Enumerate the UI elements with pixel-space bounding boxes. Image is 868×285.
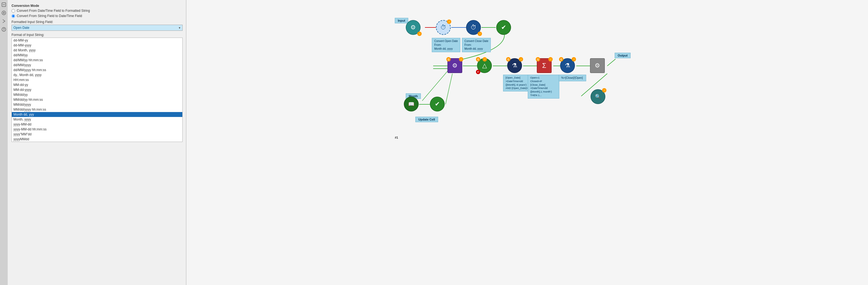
node-13-badge: ⚡ — [602, 88, 607, 92]
radio-group: Convert From Date/Time Field to Formatte… — [11, 9, 183, 18]
node-flask-1[interactable]: ⚗ Q ⚡ — [507, 58, 522, 73]
toolbar-icon-4[interactable]: ? — [1, 26, 7, 32]
format-list-item[interactable]: dd Month, yyyy — [12, 48, 182, 53]
node-1-badge: ⚡ — [417, 32, 422, 36]
toolbar-icon-3[interactable] — [1, 18, 7, 24]
output-label-box: Output — [615, 53, 630, 58]
node-5-badge-z: ⚡ — [459, 57, 463, 61]
format-list-item[interactable]: yyyy-MM-dd hh:mm:ss — [12, 127, 182, 132]
node-5-badge-q: Q — [446, 57, 451, 61]
connections-svg — [186, 0, 868, 285]
svg-line-18 — [607, 59, 616, 66]
format-list-item[interactable]: dd-MM-yy — [12, 38, 182, 43]
formula-2-text: Open=1Closed=IF[Close_Date]<DateTimeAdd(… — [530, 76, 552, 97]
formula-3-text: %=[Close]/[Open] — [561, 76, 583, 79]
format-list-item[interactable]: dd/MM/yy hh:mm:ss — [12, 58, 182, 63]
input-field-label: Formatted Input String Field: — [11, 20, 183, 24]
node-3-badge: ⚡ — [477, 32, 482, 36]
format-list-item[interactable]: dd/MM/yyyy hh:mm:ss — [12, 67, 182, 73]
format-list-item[interactable]: yyyyMMdd — [12, 137, 182, 142]
node-8-badge-z: ⚡ — [548, 57, 553, 61]
formula-box-2: Open=1Closed=IF[Close_Date]<DateTimeAdd(… — [528, 75, 559, 98]
node-sigma[interactable]: Σ Q ⚡ — [537, 58, 552, 73]
node-convert-open[interactable]: ⏱ ⚡ — [436, 20, 451, 35]
node-8-badge-q: Q — [536, 57, 540, 61]
node-triangle[interactable]: △ Q ⚡ F — [477, 58, 492, 73]
node-7-badge-q: Q — [506, 57, 510, 61]
node-checkmark-2[interactable]: ✔ — [430, 97, 445, 112]
node-search[interactable]: 🔍 ⚡ — [591, 89, 606, 104]
output-label-text: Output — [618, 54, 627, 57]
format-list-item[interactable]: dd/MM/yyyy — [12, 63, 182, 67]
convert-open-text: Convert Open DateFrom:Month dd, yyyy — [434, 39, 458, 50]
svg-text:?: ? — [3, 28, 5, 31]
svg-line-19 — [422, 69, 450, 101]
format-list[interactable]: d/-Mon.-yyday, dd Month, yyyydd-MM-yydd-… — [11, 38, 183, 142]
left-panel: ? Conversion Mode Convert From Date/Time… — [0, 0, 186, 285]
node-purple-gear[interactable]: ⚙ Q ⚡ — [447, 58, 462, 73]
node-flask-2[interactable]: ⚗ Q ⚡ — [560, 58, 575, 73]
radio-option-2[interactable]: Convert From String Field to Date/Time F… — [11, 14, 183, 18]
format-list-item[interactable]: dd/MM/yy — [12, 53, 182, 58]
format-list-item[interactable]: yyyy-MM-dd — [12, 122, 182, 127]
right-panel: Input Output Month Update Cell #1 Conver… — [186, 0, 868, 285]
convert-close-text: Convert Close DateFrom:Month dd, yyyy — [464, 39, 488, 50]
input-label-text: Input — [398, 19, 405, 22]
format-list-item[interactable]: MM/dd/yyyy hh:mm:ss — [12, 107, 182, 112]
format-list-item[interactable]: MM/dd/yy hh:mm:ss — [12, 97, 182, 102]
radio-input-2[interactable] — [11, 14, 15, 18]
conversion-mode-title: Conversion Mode — [11, 4, 183, 8]
hash1-text: #1 — [395, 136, 398, 139]
node-book[interactable]: 📖 — [404, 97, 418, 112]
node-6-badge-z: ⚡ — [483, 57, 487, 61]
format-list-section: Format of Input String: d/-Mon.-yyday, d… — [11, 33, 183, 283]
conversion-mode-section: Conversion Mode Convert From Date/Time F… — [11, 4, 183, 18]
formula-box-3: %=[Close]/[Open] — [559, 75, 586, 81]
format-list-item[interactable]: MM-dd-yy — [12, 82, 182, 87]
format-list-item[interactable]: MM-dd-yyyy — [12, 87, 182, 92]
svg-line-21 — [445, 74, 453, 104]
node-9-badge-q: Q — [559, 57, 563, 61]
format-list-item[interactable]: Month, yyyy — [12, 117, 182, 122]
update-cell-label-text: Update Cell — [418, 118, 435, 121]
node-gear-gray[interactable]: ⚙ — [590, 58, 605, 73]
update-cell-label-box: Update Cell — [415, 117, 438, 122]
convert-close-info: Convert Close DateFrom:Month dd, yyyy — [462, 38, 491, 52]
radio-label-2: Convert From String Field to Date/Time F… — [17, 14, 82, 18]
hash1-badge: #1 — [395, 136, 398, 139]
format-list-item[interactable]: MM/dd/yy — [12, 92, 182, 97]
node-7-badge-z: ⚡ — [519, 57, 523, 61]
input-field-select[interactable]: Open Date — [11, 25, 183, 31]
format-list-item[interactable]: yyyy"MM"dd — [12, 132, 182, 137]
radio-input-1[interactable] — [11, 9, 15, 12]
format-list-item[interactable]: MM/dd/yyyy — [12, 102, 182, 107]
format-list-item[interactable]: HH:mm:ss — [12, 78, 182, 82]
input-field-section: Formatted Input String Field: Open Date … — [11, 20, 183, 31]
node-settings-1[interactable]: ⚙ ⚡ — [406, 20, 421, 35]
node-6-badge-q: Q — [476, 57, 480, 61]
format-list-item[interactable]: dy., Month dd, yyyy — [12, 73, 182, 78]
formula-1-text: [Open_Date]>DateTimeAdd([Month],-6 years… — [505, 76, 531, 89]
node-convert-close[interactable]: ⏱ ⚡ — [466, 20, 481, 35]
format-list-label: Format of Input String: — [11, 33, 183, 37]
toolbar-icon-2[interactable] — [1, 10, 7, 16]
node-checkmark-1[interactable]: ✔ — [496, 20, 511, 35]
node-9-badge-z: ⚡ — [571, 57, 576, 61]
format-list-item[interactable]: dd-MM-yyyy — [12, 43, 182, 48]
radio-label-1: Convert From Date/Time Field to Formatte… — [17, 9, 90, 12]
toolbar-icon-1[interactable] — [1, 2, 7, 8]
dropdown-wrapper: Open Date ▼ — [11, 25, 183, 31]
format-list-item[interactable]: Month dd, yyy — [12, 112, 182, 117]
convert-open-info: Convert Open DateFrom:Month dd, yyyy — [432, 38, 460, 52]
node-6-badge-f: F — [476, 70, 480, 74]
radio-option-1[interactable]: Convert From Date/Time Field to Formatte… — [11, 9, 183, 12]
